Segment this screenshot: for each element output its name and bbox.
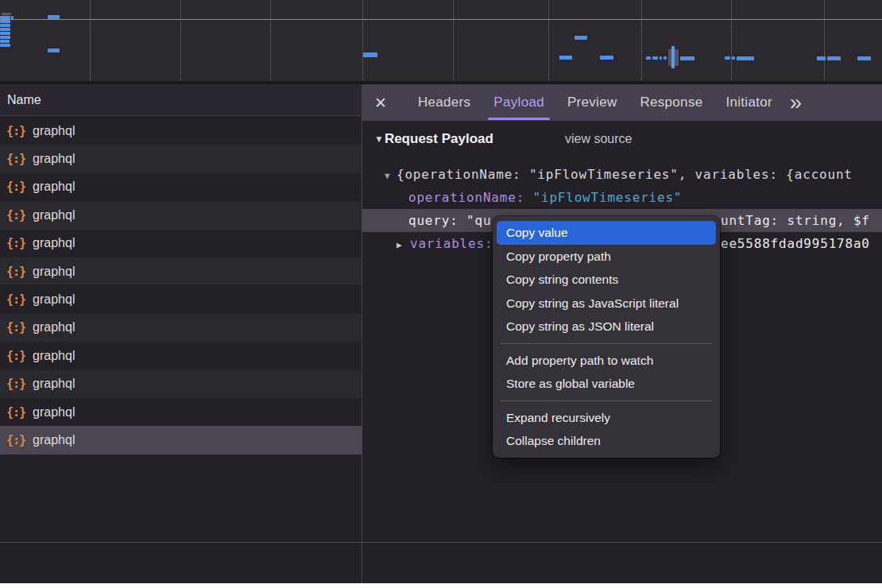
menu-item-collapse-children[interactable]: Collapse children bbox=[493, 429, 720, 453]
request-row[interactable]: {:}graphql bbox=[0, 145, 362, 172]
menu-item-copy-string-contents[interactable]: Copy string contents bbox=[493, 268, 720, 292]
request-name-label: graphql bbox=[33, 152, 75, 166]
property-key: operationName bbox=[408, 190, 524, 205]
request-row[interactable]: {:}graphql bbox=[0, 285, 362, 313]
menu-item-copy-value[interactable]: Copy value bbox=[497, 221, 716, 245]
property-key: variables bbox=[410, 236, 493, 251]
network-activity-bar bbox=[680, 56, 694, 60]
overview-gridline bbox=[362, 0, 363, 81]
network-activity-bar bbox=[0, 40, 10, 43]
menu-item-copy-string-as-json-literal[interactable]: Copy string as JSON literal bbox=[493, 315, 720, 338]
network-activity-bar bbox=[663, 56, 667, 60]
json-braces-icon: {:} bbox=[6, 405, 25, 420]
details-tab-bar: ✕ HeadersPayloadPreviewResponseInitiator… bbox=[362, 84, 882, 121]
json-braces-icon: {:} bbox=[6, 124, 25, 138]
request-row[interactable]: {:}graphql bbox=[0, 201, 362, 229]
menu-separator bbox=[501, 400, 712, 401]
expand-triangle-icon[interactable]: ▼ bbox=[385, 164, 397, 186]
footer-divider bbox=[0, 542, 882, 543]
network-activity-bar bbox=[2, 13, 11, 15]
network-activity-bar bbox=[0, 36, 10, 39]
variables-preview-fragment: ee5588fdad995178a0 bbox=[721, 232, 870, 255]
network-activity-bar bbox=[559, 56, 572, 60]
request-name-label: graphql bbox=[33, 292, 75, 307]
json-braces-icon: {:} bbox=[6, 236, 25, 250]
json-braces-icon: {:} bbox=[6, 433, 25, 447]
overview-gridline bbox=[270, 0, 271, 81]
payload-root-row[interactable]: ▼{operationName: "ipFlowTimeseries", var… bbox=[362, 163, 882, 186]
request-row[interactable]: {:}graphql bbox=[0, 342, 362, 369]
devtools-window: Name {:}graphql{:}graphql{:}graphql{:}gr… bbox=[0, 0, 882, 583]
network-activity-bar bbox=[0, 20, 10, 23]
payload-row-operationName[interactable]: operationName "ipFlowTimeseries" bbox=[362, 186, 882, 209]
more-tabs-icon[interactable]: » bbox=[790, 85, 802, 120]
tab-preview[interactable]: Preview bbox=[567, 84, 617, 121]
network-activity-bar bbox=[0, 28, 10, 31]
network-activity-bar bbox=[574, 36, 587, 40]
request-name-label: graphql bbox=[33, 265, 75, 279]
network-activity-bar bbox=[732, 56, 735, 60]
request-rows: {:}graphql{:}graphql{:}graphql{:}graphql… bbox=[0, 117, 362, 455]
request-row[interactable]: {:}graphql bbox=[0, 257, 362, 285]
network-activity-bar bbox=[363, 52, 377, 57]
overview-gridline bbox=[90, 0, 91, 81]
request-payload-section-header[interactable]: ▼Request Payload view source bbox=[362, 131, 882, 155]
network-activity-bar bbox=[652, 56, 658, 60]
tabs-container: HeadersPayloadPreviewResponseInitiator bbox=[395, 84, 772, 121]
request-row[interactable]: {:}graphql bbox=[0, 314, 362, 342]
network-overview-timeline[interactable] bbox=[0, 0, 882, 81]
network-activity-bar bbox=[725, 56, 730, 60]
network-activity-bar bbox=[0, 44, 10, 47]
overview-gridline bbox=[453, 0, 454, 81]
network-activity-bar bbox=[671, 46, 675, 68]
view-source-link[interactable]: view source bbox=[565, 132, 632, 146]
request-name-label: graphql bbox=[33, 208, 75, 222]
request-name-label: graphql bbox=[33, 320, 75, 335]
overview-gridline bbox=[641, 0, 642, 81]
menu-item-store-as-global-variable[interactable]: Store as global variable bbox=[493, 372, 720, 396]
request-list-pane: Name {:}graphql{:}graphql{:}graphql{:}gr… bbox=[0, 84, 362, 583]
request-row[interactable]: {:}graphql bbox=[0, 426, 362, 454]
request-row[interactable]: {:}graphql bbox=[0, 117, 362, 145]
query-value-fragment: untTag: string, $f bbox=[721, 209, 870, 232]
property-value: "ipFlowTimeseries" bbox=[533, 190, 683, 205]
expand-triangle-icon[interactable]: ▶ bbox=[397, 234, 410, 255]
json-braces-icon: {:} bbox=[6, 208, 25, 222]
request-name-label: graphql bbox=[33, 377, 75, 391]
overview-gridline bbox=[731, 0, 732, 81]
network-activity-bar bbox=[0, 32, 10, 35]
network-activity-bar bbox=[646, 56, 651, 60]
json-braces-icon: {:} bbox=[6, 320, 25, 335]
request-row[interactable]: {:}graphql bbox=[0, 230, 362, 257]
tab-response[interactable]: Response bbox=[640, 84, 702, 121]
context-menu: Copy valueCopy property pathCopy string … bbox=[493, 216, 720, 458]
json-braces-icon: {:} bbox=[6, 180, 25, 194]
overview-gridline bbox=[180, 0, 181, 81]
request-row[interactable]: {:}graphql bbox=[0, 173, 362, 201]
section-title: Request Payload bbox=[385, 131, 493, 146]
network-activity-bar bbox=[600, 56, 613, 60]
request-row[interactable]: {:}graphql bbox=[0, 398, 362, 426]
menu-item-expand-recursively[interactable]: Expand recursively bbox=[493, 406, 720, 430]
request-row[interactable]: {:}graphql bbox=[0, 370, 362, 398]
menu-item-add-property-path-to-watch[interactable]: Add property path to watch bbox=[493, 349, 720, 373]
request-name-label: graphql bbox=[33, 236, 75, 250]
request-name-label: graphql bbox=[33, 124, 75, 138]
json-braces-icon: {:} bbox=[6, 292, 25, 307]
page-background-strip bbox=[0, 583, 882, 588]
network-activity-bar bbox=[817, 56, 826, 60]
name-column-header[interactable]: Name bbox=[0, 84, 362, 116]
overview-row-divider bbox=[0, 19, 882, 20]
menu-item-copy-string-as-javascript-literal[interactable]: Copy string as JavaScript literal bbox=[493, 292, 720, 315]
close-icon[interactable]: ✕ bbox=[374, 94, 395, 112]
overview-gridline bbox=[824, 0, 825, 81]
tab-headers[interactable]: Headers bbox=[418, 84, 470, 121]
menu-item-copy-property-path[interactable]: Copy property path bbox=[493, 245, 720, 269]
tab-initiator[interactable]: Initiator bbox=[725, 84, 772, 121]
network-activity-bar bbox=[660, 56, 662, 60]
collapse-triangle-icon: ▼ bbox=[374, 133, 384, 145]
json-braces-icon: {:} bbox=[6, 265, 25, 279]
network-activity-bar bbox=[11, 16, 14, 19]
network-activity-bar bbox=[0, 16, 10, 19]
tab-payload[interactable]: Payload bbox=[493, 84, 544, 121]
